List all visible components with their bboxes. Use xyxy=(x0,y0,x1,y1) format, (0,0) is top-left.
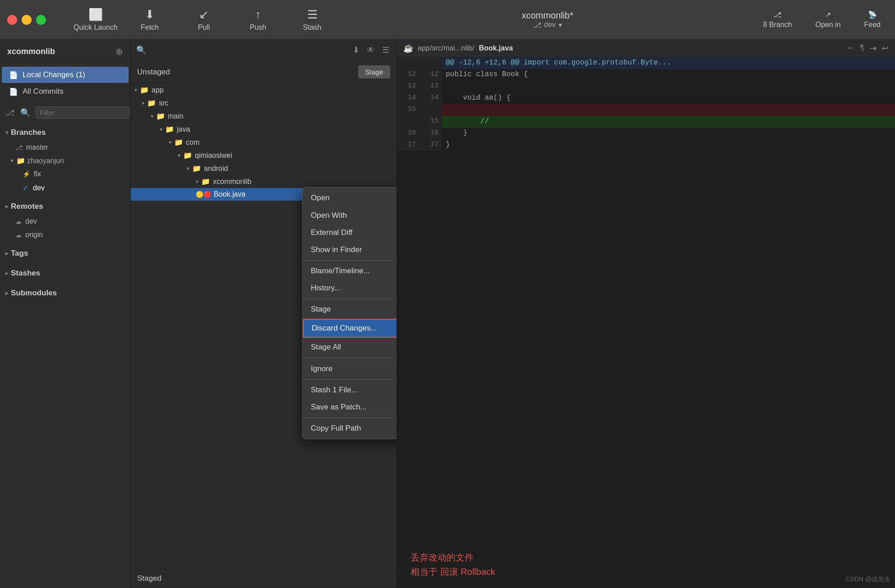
tree-item-android[interactable]: ▾ 📁 android xyxy=(131,162,397,175)
tree-item-java[interactable]: ▾ 📁 java xyxy=(131,123,397,136)
ctx-show-finder[interactable]: Show in Finder xyxy=(303,241,397,258)
hunk-old-num xyxy=(397,57,420,69)
zhaoyanjun-group[interactable]: ▾ 📁 zhaoyanjun xyxy=(0,154,130,167)
ctx-blame[interactable]: Blame/Timeline... xyxy=(303,262,397,280)
maximize-button[interactable] xyxy=(36,15,46,25)
submodules-header[interactable]: ▸ Submodules xyxy=(0,285,130,301)
remote-dev[interactable]: ☁ dev xyxy=(0,215,130,228)
branch-master[interactable]: ⎇ master xyxy=(0,141,130,154)
diff-settings-icon[interactable]: ↔ xyxy=(846,43,854,53)
open-in-icon: ↗ xyxy=(825,10,831,19)
branches-header[interactable]: ▾ Branches xyxy=(0,124,130,141)
new-15-added: 15 xyxy=(420,116,442,128)
titlebar: ⬜ Quick Launch ⬇ Fetch ↙ Pull ↑ Push ☰ S… xyxy=(0,0,895,40)
ctx-sep-1 xyxy=(303,260,397,261)
tree-item-app[interactable]: ▾ 📁 app xyxy=(131,83,397,96)
add-repo-button[interactable]: ⊕ xyxy=(115,46,123,57)
diff-paragraph-icon[interactable]: ¶ xyxy=(860,43,864,53)
ctx-stage-all[interactable]: Stage All ⌥⇧⌘S xyxy=(303,339,397,356)
main-label: main xyxy=(168,112,184,120)
stashes-header[interactable]: ▸ Stashes xyxy=(0,265,130,281)
search-icon-btn[interactable]: 🔍 xyxy=(20,108,30,118)
ctx-open[interactable]: Open ⌥⇧⌘O xyxy=(303,189,397,207)
filter-input[interactable] xyxy=(36,106,129,119)
sidebar: xcommonlib ⊕ 📄 Local Changes (1) 📄 All C… xyxy=(0,40,131,588)
diff-line-15-added: 15 // xyxy=(397,116,895,128)
ctx-ignore[interactable]: Ignore ▶ xyxy=(303,360,397,377)
main-folder-icon: 📁 xyxy=(156,112,165,120)
sidebar-item-all-commits[interactable]: 📄 All Commits xyxy=(2,83,129,100)
tree-item-qimiaosiwei[interactable]: ▾ 📁 qimiaosiwei xyxy=(131,149,397,162)
stash-button[interactable]: ☰ Stash xyxy=(285,4,339,36)
ctx-external-diff[interactable]: External Diff ⌘D xyxy=(303,224,397,241)
collapse-icon[interactable]: ⬇ xyxy=(351,43,361,57)
ctx-stage[interactable]: Stage ⌘S xyxy=(303,301,397,318)
diff-hunk-header: @@ -12,6 +12,6 @@ import com.google.prot… xyxy=(397,57,895,69)
fetch-button[interactable]: ⬇ Fetch xyxy=(123,4,177,36)
tree-item-main[interactable]: ▾ 📁 main xyxy=(131,110,397,123)
branch-icon-btn[interactable]: ⎇ xyxy=(5,108,15,118)
copy-path-label: Copy Full Path xyxy=(311,424,361,433)
eye-icon[interactable]: 👁 xyxy=(365,44,377,57)
discard-label: Discard Changes... xyxy=(312,324,377,333)
old-14: 14 xyxy=(397,92,420,104)
xcommonlib-chevron: ▾ xyxy=(196,179,198,185)
tags-header[interactable]: ▸ Tags xyxy=(0,245,130,262)
diff-line-15-removed: 15 xyxy=(397,104,895,116)
blame-label: Blame/Timeline... xyxy=(311,266,370,276)
ctx-history[interactable]: History... xyxy=(303,280,397,297)
app-label: app xyxy=(152,86,164,94)
remotes-header[interactable]: ▸ Remotes xyxy=(0,198,130,215)
android-chevron: ▾ xyxy=(187,165,189,172)
xcommonlib-folder-label: xcommonlib xyxy=(213,178,251,186)
minimize-button[interactable] xyxy=(22,15,32,25)
ctx-stash-file[interactable]: Stash 1 File... xyxy=(303,381,397,399)
annotation-panel: 丢弃改动的文件 相当于 回滚 Rollback xyxy=(397,541,895,588)
tags-chevron: ▸ xyxy=(5,250,8,257)
staged-section: Staged xyxy=(131,569,397,588)
book-java-icon: 🟡🔴 xyxy=(196,191,211,198)
new-12: 12 xyxy=(420,69,442,81)
branch-dev[interactable]: ✓ dev xyxy=(0,181,130,195)
push-button[interactable]: ↑ Push xyxy=(231,4,285,36)
master-branch-icon: ⎇ xyxy=(15,144,23,151)
quick-launch-button[interactable]: ⬜ Quick Launch xyxy=(69,4,123,36)
stage-button[interactable]: Stage xyxy=(358,65,390,78)
sidebar-item-local-changes[interactable]: 📄 Local Changes (1) xyxy=(2,67,129,83)
fetch-label: Fetch xyxy=(141,23,159,32)
ctx-save-patch[interactable]: Save as Patch... xyxy=(303,399,397,416)
remote-origin-label: origin xyxy=(25,231,43,239)
current-branch-check: ✓ xyxy=(23,184,28,192)
feed-button[interactable]: 📡 Feed xyxy=(857,7,888,32)
branch-fix[interactable]: ⚡ fix xyxy=(0,167,130,181)
master-label: master xyxy=(26,143,48,152)
diff-wrap-icon[interactable]: ↩ xyxy=(882,43,889,53)
submodules-chevron: ▸ xyxy=(5,290,8,296)
close-button[interactable] xyxy=(7,15,17,25)
pull-button[interactable]: ↙ Pull xyxy=(177,4,231,36)
tree-item-xcommonlib[interactable]: ▾ 📁 xcommonlib xyxy=(131,175,397,188)
tree-item-com[interactable]: ▾ 📁 com xyxy=(131,136,397,149)
tree-item-src[interactable]: ▾ 📁 src xyxy=(131,96,397,110)
ctx-sep-4 xyxy=(303,379,397,380)
open-in-button[interactable]: ↗ Open in xyxy=(808,7,848,32)
line-content-15-removed xyxy=(442,104,895,116)
new-14: 14 xyxy=(420,92,442,104)
branches-chevron: ▾ xyxy=(5,129,8,136)
fetch-icon: ⬇ xyxy=(145,8,155,22)
xcommonlib-folder-icon: 📁 xyxy=(201,177,210,186)
remote-origin[interactable]: ☁ origin xyxy=(0,228,130,242)
list-icon[interactable]: ☰ xyxy=(380,43,391,57)
android-folder-icon: 📁 xyxy=(192,164,201,173)
branch-button[interactable]: ⎇ 8 Branch xyxy=(756,7,799,32)
android-label: android xyxy=(204,165,228,173)
java-label: java xyxy=(177,125,190,133)
search-icon[interactable]: 🔍 xyxy=(136,45,146,55)
pull-label: Pull xyxy=(198,23,210,32)
ctx-copy-path[interactable]: Copy Full Path ⌘C xyxy=(303,420,397,437)
annotation-line1: 丢弃改动的文件 xyxy=(411,550,881,565)
ctx-discard-changes[interactable]: Discard Changes... ⇧⌘D xyxy=(303,319,397,338)
diff-align-icon[interactable]: ⇥ xyxy=(870,43,877,53)
ctx-open-with[interactable]: Open With ▶ xyxy=(303,207,397,224)
push-label: Push xyxy=(250,23,266,32)
